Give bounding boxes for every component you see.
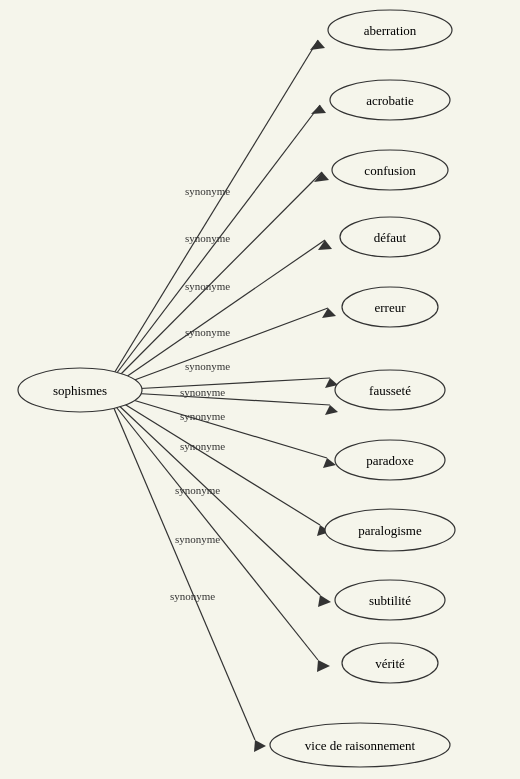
edge-subtilite <box>113 400 320 595</box>
edge-videraisonnement <box>113 406 255 740</box>
arrow-verite <box>317 660 330 672</box>
edge-label-erreur: synonyme <box>185 360 230 372</box>
label-sophismes: sophismes <box>53 383 107 398</box>
label-paralogisme: paralogisme <box>358 523 422 538</box>
edge-label-paradoxe: synonyme <box>180 440 225 452</box>
graph-diagram: synonyme synonyme synonyme synonyme syno… <box>0 0 520 779</box>
arrow-defaut <box>318 240 332 250</box>
label-erreur: erreur <box>374 300 406 315</box>
label-paradoxe: paradoxe <box>366 453 414 468</box>
edge-label-aberration: synonyme <box>185 185 230 197</box>
edge-label-acrobatie: synonyme <box>185 232 230 244</box>
edge-label-verite: synonyme <box>170 590 215 602</box>
edge-label-subtilite: synonyme <box>175 533 220 545</box>
arrow-videraisonnement <box>254 740 266 752</box>
label-fausste: fausseté <box>369 383 411 398</box>
arrow-paradoxe <box>323 458 336 468</box>
label-aberration: aberration <box>364 23 417 38</box>
label-videraisonnement: vice de raisonnement <box>305 738 416 753</box>
edge-label-confusion: synonyme <box>185 280 230 292</box>
edge-label-defaut: synonyme <box>185 326 230 338</box>
label-confusion: confusion <box>364 163 416 178</box>
label-subtilite: subtilité <box>369 593 411 608</box>
arrow-fausste2 <box>325 405 338 415</box>
edge-erreur <box>113 308 328 388</box>
label-acrobatie: acrobatie <box>366 93 414 108</box>
label-defaut: défaut <box>374 230 407 245</box>
arrow-aberration <box>310 40 325 50</box>
label-verite: vérité <box>375 656 405 671</box>
arrow-subtilite <box>318 595 331 607</box>
